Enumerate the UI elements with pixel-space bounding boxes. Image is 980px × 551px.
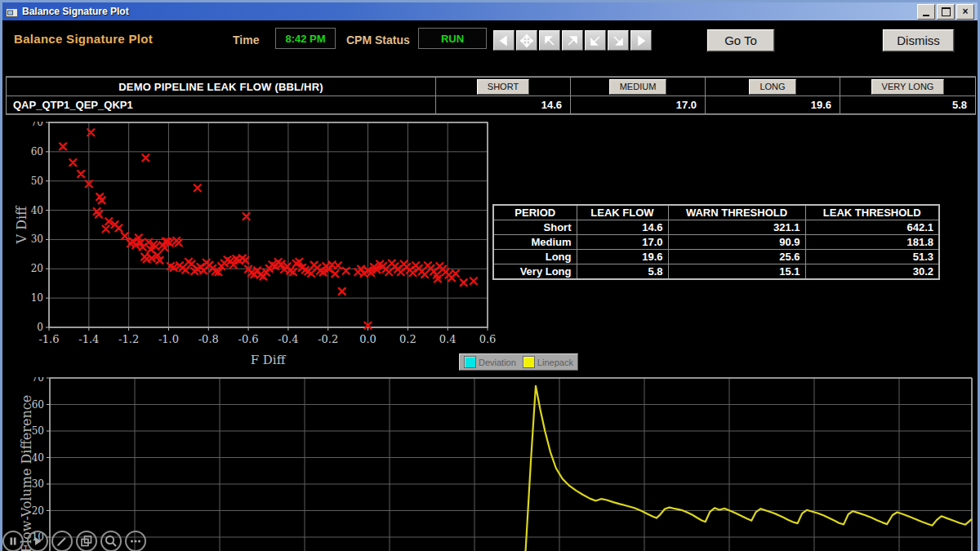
pipeline-row-label: QAP_QTP1_QEP_QKP1: [7, 96, 436, 113]
pan-up-left-button[interactable]: [539, 30, 560, 51]
svg-text:-0.4: -0.4: [278, 333, 298, 345]
period-table-header-row: PERIODLEAK FLOWWARN THRESHOLDLEAK THRESH…: [493, 205, 939, 220]
svg-text:-0.6: -0.6: [238, 333, 259, 345]
pause-button[interactable]: [2, 531, 24, 551]
leak-table-title: DEMO PIPELINE LEAK FLOW (BBL/HR): [7, 78, 436, 96]
pan-move-icon: [520, 34, 533, 47]
deviation-swatch-icon: [464, 356, 476, 368]
title-bar[interactable]: Balance Signature Plot ×: [2, 2, 978, 20]
copy-icon: [79, 534, 94, 549]
pan-move-button[interactable]: [516, 30, 537, 51]
svg-text:60: 60: [32, 399, 44, 411]
table-cell: 25.6: [668, 250, 805, 264]
chart-legend: Deviation Linepack: [459, 353, 578, 371]
svg-text:40: 40: [31, 205, 43, 216]
pan-up-right-button[interactable]: [562, 30, 583, 51]
svg-text:0.2: 0.2: [399, 333, 416, 345]
period-table-body: Short14.6321.1642.1Medium17.090.9181.8Lo…: [493, 220, 939, 280]
cpm-status-value: RUN: [418, 28, 487, 49]
scatter-points: [60, 129, 477, 329]
svg-text:-1.0: -1.0: [158, 333, 179, 345]
svg-text:0.6: 0.6: [479, 333, 497, 345]
app-icon: [6, 6, 18, 17]
table-row: Short14.6321.1642.1: [493, 220, 939, 235]
copy-button[interactable]: [76, 531, 97, 551]
svg-text:30: 30: [31, 233, 43, 245]
legend-item-linepack[interactable]: Linepack: [520, 356, 576, 368]
svg-text:70: 70: [31, 122, 43, 128]
svg-text:50: 50: [31, 176, 43, 187]
zoom-button[interactable]: [100, 531, 122, 551]
linepack-series-line: [50, 386, 972, 551]
table-cell: 51.3: [805, 250, 939, 264]
pan-up-right-icon: [566, 34, 579, 47]
leak-flow-table: DEMO PIPELINE LEAK FLOW (BBL/HR) SHORT M…: [6, 77, 976, 114]
table-cell: 181.8: [805, 235, 939, 250]
scatter-x-axis-label: F Diff: [211, 353, 325, 367]
pan-down-right-button[interactable]: [608, 30, 629, 51]
play-button[interactable]: [27, 531, 48, 551]
pause-icon: [6, 534, 20, 549]
legend-label-linepack: Linepack: [537, 358, 573, 367]
zoom-icon: [104, 534, 118, 549]
linepack-swatch-icon: [523, 356, 535, 368]
maximize-button[interactable]: [937, 4, 955, 20]
time-value-box: 8:42 PM: [275, 28, 336, 49]
pan-down-right-icon: [612, 34, 625, 47]
app-window: Balance Signature Plot × Balance Signatu…: [0, 0, 980, 551]
table-row: Medium17.090.9181.8: [493, 235, 939, 250]
svg-text:60: 60: [31, 146, 43, 158]
page-title: Balance Signature Plot: [14, 32, 153, 46]
cpm-status-label: CPM Status: [346, 33, 410, 47]
pan-down-left-button[interactable]: [585, 30, 606, 51]
minimize-button[interactable]: [917, 4, 935, 20]
pan-down-left-icon: [589, 34, 602, 47]
svg-text:70: 70: [32, 377, 44, 384]
table-row: Very Long5.815.130.2: [493, 264, 939, 280]
draw-button[interactable]: [51, 531, 73, 551]
table-cell: 15.1: [668, 264, 805, 280]
leak-flow-short-value: 14.6: [436, 96, 571, 113]
play-icon: [30, 534, 45, 549]
pan-left-button[interactable]: [493, 30, 514, 51]
table-cell: 30.2: [805, 264, 939, 280]
svg-text:-1.2: -1.2: [118, 333, 139, 345]
draw-icon: [55, 534, 69, 549]
period-table-header: WARN THRESHOLD: [668, 205, 805, 220]
svg-text:0: 0: [37, 322, 43, 333]
period-table-header: LEAK THRESHOLD: [805, 205, 939, 220]
table-cell: 321.1: [668, 220, 805, 235]
period-table-header: PERIOD: [493, 205, 577, 220]
svg-text:-0.2: -0.2: [318, 333, 338, 345]
period-threshold-table: PERIODLEAK FLOWWARN THRESHOLDLEAK THRESH…: [492, 204, 940, 280]
more-button[interactable]: [125, 531, 146, 551]
dismiss-button[interactable]: Dismiss: [883, 29, 954, 51]
goto-button[interactable]: Go To: [707, 29, 774, 51]
close-icon: ×: [962, 7, 968, 16]
maximize-icon: [942, 7, 951, 16]
svg-text:-1.4: -1.4: [78, 333, 99, 345]
table-cell: Medium: [493, 235, 577, 250]
period-button-short[interactable]: SHORT: [477, 79, 529, 95]
pan-right-button[interactable]: [630, 30, 652, 51]
header-bar: Balance Signature Plot Time 8:42 PM CPM …: [2, 20, 978, 73]
leak-flow-very-long-value: 5.8: [840, 96, 975, 113]
balance-signature-scatter-chart: -1.6-1.4-1.2-1.0-0.8-0.6-0.4-0.20.00.20.…: [2, 122, 509, 350]
table-cell: Very Long: [493, 264, 577, 280]
table-cell: 642.1: [805, 220, 939, 235]
minimize-icon: [923, 15, 929, 16]
svg-text:10: 10: [31, 292, 43, 304]
svg-text:0.0: 0.0: [359, 333, 376, 345]
period-button-very-long[interactable]: VERY LONG: [871, 79, 945, 95]
table-cell: 17.0: [577, 235, 668, 250]
period-button-medium[interactable]: MEDIUM: [609, 79, 667, 95]
leak-flow-long-value: 19.6: [706, 96, 840, 113]
period-button-long[interactable]: LONG: [749, 79, 795, 95]
table-cell: 19.6: [577, 250, 668, 264]
close-button[interactable]: ×: [956, 4, 974, 20]
pan-right-icon: [635, 34, 648, 47]
table-cell: Short: [493, 220, 577, 235]
legend-item-deviation[interactable]: Deviation: [461, 356, 519, 368]
svg-text:20: 20: [32, 505, 44, 517]
flow-volume-trend-chart: 10203040506070: [2, 377, 980, 551]
